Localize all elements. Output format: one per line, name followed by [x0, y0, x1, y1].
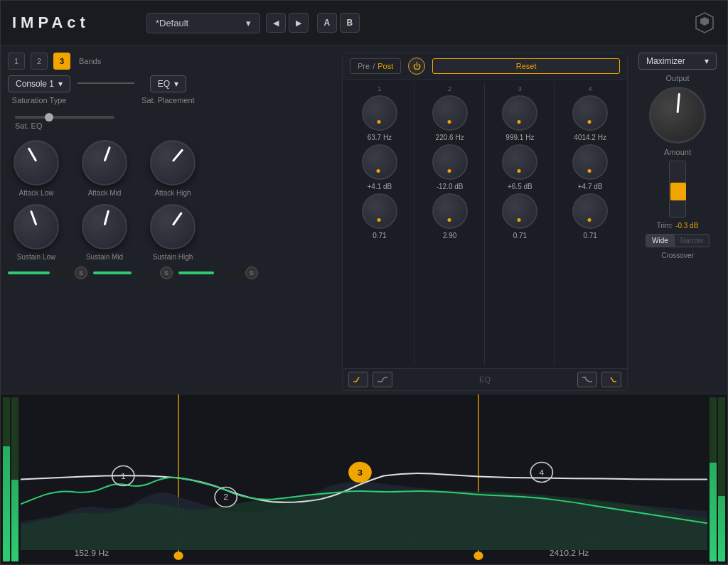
eq-freq-3: 999.1 Hz — [505, 134, 534, 141]
band-slider-track-1[interactable] — [8, 271, 72, 274]
b-button[interactable]: B — [340, 13, 360, 33]
maximizer-dropdown[interactable]: Maximizer ▾ — [638, 53, 717, 70]
attack-knobs-row: Attack Low Attack Mid Attack High — [8, 140, 335, 197]
attack-mid-knob[interactable] — [82, 140, 127, 185]
right-panel: Maximizer ▾ Output Amount Trim: -0.3 dB … — [635, 53, 720, 391]
eq-band-3: 3 999.1 Hz +6.5 dB 0.71 — [486, 82, 555, 365]
nav-next-button[interactable]: ▶ — [289, 13, 309, 33]
eq-q-knob-3[interactable] — [502, 193, 537, 229]
attack-mid-group: Attack Mid — [76, 140, 133, 197]
eq-gain-knob-1[interactable] — [362, 144, 397, 180]
eq-high-cut-button[interactable] — [601, 372, 621, 387]
vu-bar-left-1 — [3, 397, 10, 561]
separator-line — [77, 82, 134, 84]
logo-icon — [693, 11, 716, 34]
band-btn-2[interactable]: 2 — [31, 53, 48, 70]
eq-freq-knob-2[interactable] — [432, 95, 468, 131]
trim-slider-fill — [670, 183, 686, 200]
preset-dropdown[interactable]: *Default ▾ — [146, 13, 260, 33]
eq-band-4: 4 4014.2 Hz +4.7 dB 0.71 — [556, 82, 624, 365]
band-sliders-row: S S S — [8, 267, 335, 279]
eq-band-2-num: 2 — [448, 85, 451, 92]
eq-gain-2: -12.0 dB — [437, 183, 464, 190]
eq-band-1-num: 1 — [378, 85, 381, 92]
eq-q-4: 0.71 — [583, 232, 596, 240]
sustain-high-label: Sustain High — [153, 253, 193, 261]
vu-meter-right — [707, 394, 727, 564]
svg-text:3: 3 — [358, 468, 363, 476]
eq-low-shelf-button[interactable] — [373, 372, 392, 387]
a-button[interactable]: A — [317, 13, 337, 33]
attack-low-knob[interactable] — [14, 140, 59, 185]
nav-prev-button[interactable]: ◀ — [266, 13, 286, 33]
eq-bands-container: 1 63.7 Hz +4.1 dB 0.71 2 — [343, 80, 627, 368]
ab-buttons: A B — [317, 13, 360, 33]
svg-text:4: 4 — [539, 468, 544, 476]
eq-q-3: 0.71 — [513, 232, 527, 240]
eq-freq-4: 4014.2 Hz — [574, 134, 606, 141]
sustain-high-knob[interactable] — [150, 204, 196, 249]
spectrum-canvas: 125 1000 8000 1 2 3 — [21, 394, 707, 564]
eq-q-knob-2[interactable] — [432, 193, 468, 229]
eq-gain-3: +6.5 dB — [508, 183, 532, 190]
sat-placement-dropdown[interactable]: EQ ▾ — [150, 75, 186, 92]
eq-high-shelf-button[interactable] — [577, 372, 597, 387]
sustain-mid-group: Sustain Mid — [76, 204, 133, 261]
eq-gain-knob-4[interactable] — [572, 144, 608, 180]
wide-button[interactable]: Wide — [646, 235, 674, 247]
eq-center-label: EQ — [397, 375, 573, 384]
trim-slider[interactable] — [669, 161, 686, 217]
eq-gain-knob-3[interactable] — [502, 144, 537, 180]
eq-q-knob-1[interactable] — [362, 193, 397, 229]
band-btn-1[interactable]: 1 — [8, 53, 25, 70]
band-slider-3: S — [178, 267, 258, 279]
attack-low-label: Attack Low — [19, 189, 54, 197]
attack-mid-label: Attack Mid — [88, 189, 122, 197]
saturation-type-dropdown[interactable]: Console 1 ▾ — [8, 75, 70, 92]
svg-text:1: 1 — [121, 471, 126, 480]
eq-gain-knob-2[interactable] — [432, 144, 468, 180]
svg-point-18 — [473, 551, 483, 560]
eq-q-2: 2.90 — [443, 232, 456, 240]
eq-band-2: 2 220.6 Hz -12.0 dB 2.90 — [416, 82, 485, 365]
band-slider-track-2[interactable] — [93, 271, 157, 274]
eq-freq-knob-1[interactable] — [362, 95, 397, 131]
pre-post-button[interactable]: Pre / Post — [350, 58, 401, 74]
sat-eq-handle[interactable] — [45, 113, 53, 122]
eq-freq-knob-4[interactable] — [572, 95, 608, 131]
band-slider-track-3[interactable] — [178, 271, 242, 274]
eq-reset-button[interactable]: Reset — [432, 58, 620, 74]
sustain-mid-knob[interactable] — [82, 204, 127, 249]
solo-btn-3[interactable]: S — [245, 267, 258, 279]
band-btn-3[interactable]: 3 — [53, 53, 70, 70]
eq-low-cut-button[interactable] — [348, 372, 368, 387]
output-knob[interactable] — [649, 87, 706, 144]
eq-power-button[interactable]: ⏻ — [408, 58, 425, 75]
band-slider-fill-2 — [93, 271, 132, 274]
eq-freq-knob-3[interactable] — [502, 95, 537, 131]
band-slider-fill-1 — [8, 271, 50, 274]
eq-q-knob-4[interactable] — [572, 193, 608, 229]
band-slider-fill-3 — [178, 271, 214, 274]
eq-footer: EQ — [343, 368, 627, 390]
svg-point-17 — [173, 551, 183, 560]
narrow-button[interactable]: Narrow — [675, 235, 709, 247]
attack-high-knob[interactable] — [150, 140, 196, 185]
eq-gain-1: +4.1 dB — [367, 183, 392, 190]
vu-meter-left — [1, 394, 21, 564]
sat-controls-row: Console 1 ▾ Saturation Type EQ ▾ Sat. Pl… — [8, 75, 335, 104]
sustain-mid-label: Sustain Mid — [86, 253, 123, 261]
sat-eq-slider[interactable] — [15, 116, 114, 119]
solo-btn-2[interactable]: S — [160, 267, 173, 279]
sat-eq-label: Sat. EQ — [15, 122, 43, 130]
eq-panel: Pre / Post ⏻ Reset 1 63.7 Hz — [342, 53, 628, 391]
sustain-low-knob[interactable] — [14, 204, 59, 249]
vu-bar-left-2 — [11, 397, 18, 561]
bands-label: Bands — [79, 57, 101, 65]
svg-text:2410.2 Hz: 2410.2 Hz — [550, 549, 589, 557]
solo-btn-1[interactable]: S — [75, 267, 87, 279]
eq-freq-1: 63.7 Hz — [368, 134, 392, 141]
sustain-high-group: Sustain High — [144, 204, 201, 261]
sustain-knobs-row: Sustain Low Sustain Mid Sustain High — [8, 204, 335, 261]
output-label: Output — [665, 74, 689, 82]
